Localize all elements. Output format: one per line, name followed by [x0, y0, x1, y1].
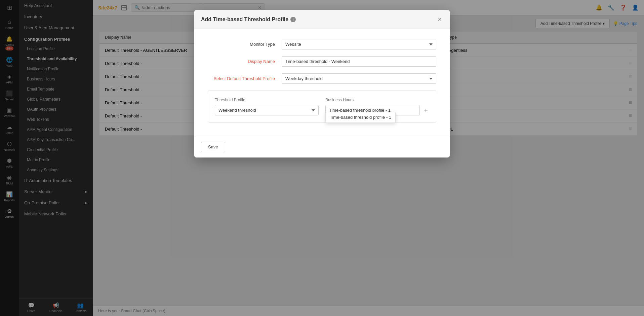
modal-info-icon[interactable]: i	[290, 17, 296, 22]
select-default-select[interactable]: Weekday thresholdWeekend threshold	[282, 73, 436, 84]
add-business-hours-button[interactable]: +	[422, 107, 429, 114]
business-hours-col: Business Hours Time-based threshold prof…	[325, 98, 429, 115]
select-default-row: Select Default Threshold Profile Weekday…	[208, 73, 436, 84]
monitor-type-row: Monitor Type WebsiteServerURL	[208, 39, 436, 49]
select-default-label: Select Default Threshold Profile	[208, 76, 282, 81]
add-threshold-modal: Add Time-based Threshold Profile i × Mon…	[194, 10, 450, 157]
modal-overlay: Add Time-based Threshold Profile i × Mon…	[0, 0, 644, 316]
business-hours-col-label: Business Hours	[325, 98, 429, 102]
threshold-section: Threshold Profile Weekend thresholdWeekd…	[208, 91, 436, 122]
modal-footer: Save	[194, 136, 450, 157]
threshold-profile-col: Threshold Profile Weekend thresholdWeekd…	[215, 98, 319, 115]
modal-body: Monitor Type WebsiteServerURL Display Na…	[194, 29, 450, 136]
display-name-input[interactable]	[282, 56, 436, 67]
modal-title: Add Time-based Threshold Profile i	[201, 16, 296, 23]
save-button[interactable]: Save	[201, 142, 225, 152]
business-hours-tooltip: Time-based threshold profile - 1	[325, 112, 396, 123]
modal-close-button[interactable]: ×	[436, 15, 443, 23]
modal-header: Add Time-based Threshold Profile i ×	[194, 10, 450, 29]
threshold-columns: Threshold Profile Weekend thresholdWeekd…	[215, 98, 429, 115]
monitor-type-label: Monitor Type	[208, 42, 282, 47]
display-name-label: Display Name	[208, 59, 282, 64]
display-name-row: Display Name	[208, 56, 436, 67]
threshold-profile-col-label: Threshold Profile	[215, 98, 319, 102]
monitor-type-select[interactable]: WebsiteServerURL	[282, 39, 436, 49]
threshold-profile-select[interactable]: Weekend thresholdWeekday threshold	[215, 105, 319, 115]
